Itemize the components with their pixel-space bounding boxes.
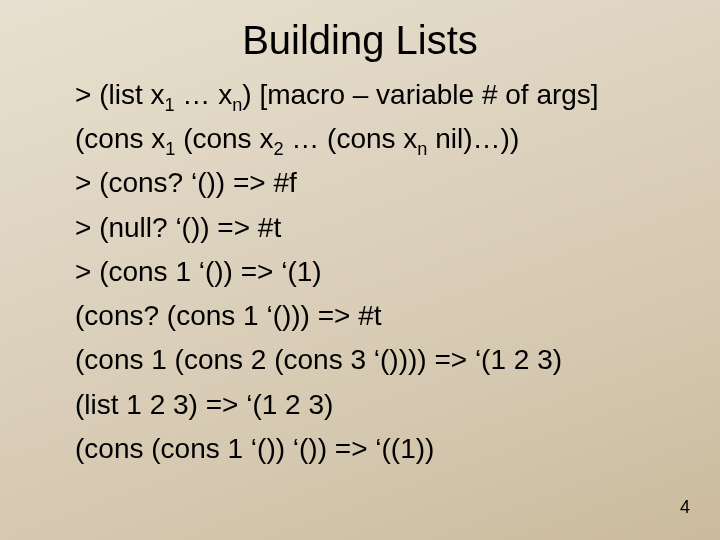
line-1: > (list x1 … xn) [macro – variable # of …	[75, 73, 660, 117]
slide-title: Building Lists	[0, 0, 720, 73]
line-8: (list 1 2 3) => ‘(1 2 3)	[75, 383, 660, 427]
subscript: n	[232, 95, 242, 115]
line-4: > (null? ‘()) => #t	[75, 206, 660, 250]
text: > (list x	[75, 79, 164, 110]
subscript: n	[417, 139, 427, 159]
text: ) [macro – variable # of args]	[242, 79, 598, 110]
line-5: > (cons 1 ‘()) => ‘(1)	[75, 250, 660, 294]
line-7: (cons 1 (cons 2 (cons 3 ‘()))) => ‘(1 2 …	[75, 338, 660, 382]
subscript: 1	[164, 95, 174, 115]
text: (cons x	[175, 123, 273, 154]
line-3: > (cons? ‘()) => #f	[75, 161, 660, 205]
text: (cons x	[75, 123, 165, 154]
text: nil)…))	[427, 123, 519, 154]
subscript: 2	[273, 139, 283, 159]
page-number: 4	[680, 497, 690, 518]
text: … x	[175, 79, 233, 110]
line-6: (cons? (cons 1 ‘())) => #t	[75, 294, 660, 338]
text: … (cons x	[284, 123, 418, 154]
line-2: (cons x1 (cons x2 … (cons xn nil)…))	[75, 117, 660, 161]
subscript: 1	[165, 139, 175, 159]
slide-body: > (list x1 … xn) [macro – variable # of …	[0, 73, 720, 471]
line-9: (cons (cons 1 ‘()) ‘()) => ‘((1))	[75, 427, 660, 471]
